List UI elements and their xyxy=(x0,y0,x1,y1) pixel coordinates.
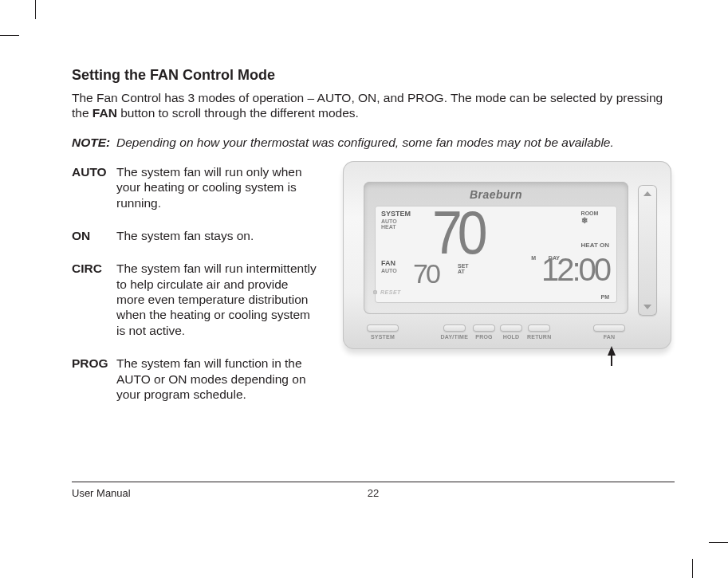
footer-page-number: 22 xyxy=(368,487,379,499)
def-circ: CIRC The system fan will run intermitten… xyxy=(72,261,319,338)
note-text: Depending on how your thermostat was con… xyxy=(116,136,614,150)
intro-paragraph: The Fan Control has 3 modes of operation… xyxy=(72,90,675,121)
lcd-screen: SYSTEM AUTO HEAT FAN AUTO 70 ROOM ❄ HE xyxy=(375,206,617,303)
chevron-up-icon xyxy=(643,191,651,196)
def-term: PROG xyxy=(72,356,107,402)
page-heading: Setting the FAN Control Mode xyxy=(72,67,675,84)
temp-rocker[interactable] xyxy=(638,185,657,316)
chevron-down-icon xyxy=(643,305,651,309)
lcd-set: SET xyxy=(458,263,469,269)
return-button-label: RETURN xyxy=(527,334,551,340)
lcd-heat-on: HEAT ON xyxy=(581,242,609,250)
daytime-button-col: DAY/TIME xyxy=(441,324,468,340)
hold-button-col: HOLD xyxy=(500,324,522,340)
brand-label: Braeburn xyxy=(364,188,628,201)
lcd-fan-mode: AUTO xyxy=(381,268,397,274)
footer-doc-label: User Manual xyxy=(72,487,131,499)
page-footer: User Manual 22 xyxy=(72,482,675,499)
def-term: AUTO xyxy=(72,164,107,210)
lcd-main-temp: 70 xyxy=(432,206,483,267)
thermostat-illustration: Braeburn SYSTEM AUTO HEAT FAN AUTO 70 xyxy=(340,158,675,360)
lcd-system-block: SYSTEM AUTO HEAT xyxy=(381,210,411,230)
fan-callout-arrow-icon xyxy=(608,346,616,356)
footer-rule xyxy=(72,482,675,482)
note-row: NOTE: Depending on how your thermostat w… xyxy=(72,136,675,150)
lcd-system-label: SYSTEM xyxy=(381,210,411,218)
prog-button[interactable] xyxy=(473,324,495,332)
fan-button-label: FAN xyxy=(604,334,616,340)
hold-button-label: HOLD xyxy=(503,334,520,340)
button-row: SYSTEM DAY/TIME PROG HOLD xyxy=(367,324,625,340)
lcd-system-heat: HEAT xyxy=(381,224,411,230)
return-button[interactable] xyxy=(528,324,550,332)
snowflake-icon: ❄ xyxy=(581,217,588,225)
page-content: Setting the FAN Control Mode The Fan Con… xyxy=(72,67,675,402)
fan-button-col: FAN xyxy=(593,324,625,340)
lcd-at: AT xyxy=(458,269,469,274)
def-desc: The system fan will run only when your h… xyxy=(116,164,319,210)
def-desc: The system fan will run intermittently t… xyxy=(116,261,319,338)
prog-button-label: PROG xyxy=(475,334,492,340)
def-auto: AUTO The system fan will run only when y… xyxy=(72,164,319,210)
note-label: NOTE: xyxy=(72,136,107,150)
lcd-fan-block: FAN AUTO xyxy=(381,260,397,274)
def-on: ON The system fan stays on. xyxy=(72,228,319,243)
thermostat-face: Braeburn SYSTEM AUTO HEAT FAN AUTO 70 xyxy=(364,182,628,314)
system-button-col: SYSTEM xyxy=(367,324,399,340)
return-button-col: RETURN xyxy=(527,324,551,340)
lcd-room-block: ROOM ❄ HEAT ON xyxy=(581,210,609,249)
fan-button[interactable] xyxy=(593,324,625,332)
system-button[interactable] xyxy=(367,324,399,332)
def-term: CIRC xyxy=(72,261,107,338)
lcd-system-auto: AUTO xyxy=(381,218,411,225)
intro-bold: FAN xyxy=(92,106,117,120)
lcd-m-indicator: M xyxy=(531,255,536,261)
def-term: ON xyxy=(72,228,107,243)
hold-button[interactable] xyxy=(500,324,522,332)
def-prog: PROG The system fan will function in the… xyxy=(72,356,319,402)
def-desc: The system fan stays on. xyxy=(116,228,319,243)
intro-post: button to scroll through the different m… xyxy=(117,106,359,120)
def-desc: The system fan will function in the AUTO… xyxy=(116,356,319,402)
lcd-set-at: SET AT xyxy=(458,263,469,275)
reset-label: RESET xyxy=(373,289,401,295)
daytime-button-label: DAY/TIME xyxy=(441,334,468,340)
prog-button-col: PROG xyxy=(473,324,495,340)
daytime-button[interactable] xyxy=(443,324,466,332)
definition-list: AUTO The system fan will run only when y… xyxy=(72,164,319,403)
lcd-fan-label: FAN xyxy=(381,260,397,268)
lcd-set-temp: 70 xyxy=(413,258,439,289)
system-button-label: SYSTEM xyxy=(371,334,395,340)
lcd-clock: 12:00 xyxy=(541,252,609,288)
lcd-pm: PM xyxy=(601,294,610,300)
